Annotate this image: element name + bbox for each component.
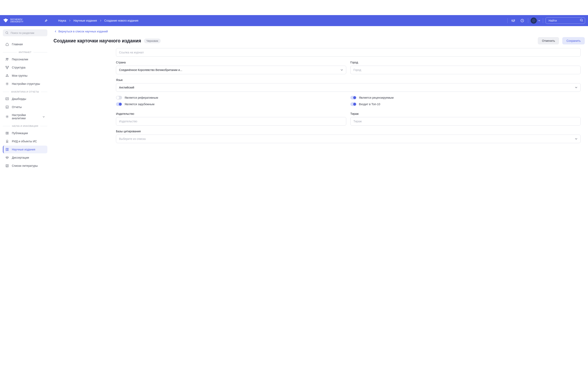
svg-rect-23: [7, 148, 8, 151]
circulation-label: Тираж: [350, 112, 581, 115]
user-menu[interactable]: [531, 17, 540, 24]
sidebar-item-label: Главная: [12, 43, 23, 46]
app-header: SECHENOV UNIVERSITY Наука Научные издани…: [0, 15, 588, 26]
search-input[interactable]: [545, 17, 585, 24]
logo-icon: [3, 18, 9, 24]
divider: [528, 18, 528, 23]
svg-point-5: [533, 20, 535, 22]
cancel-button[interactable]: Отменить: [538, 37, 559, 44]
search-submit[interactable]: [580, 18, 583, 23]
sidebar-item-label: Отчеты: [12, 105, 22, 109]
sidebar-item-label: Персоналии: [12, 58, 28, 61]
sidebar-item-nastroiki-analitiki[interactable]: Настройки аналитики: [3, 111, 47, 122]
breadcrumb-item-1[interactable]: Научные издания: [73, 19, 97, 22]
city-input[interactable]: [350, 66, 581, 74]
sidebar-item-personalii[interactable]: Персоналии: [3, 55, 47, 63]
toggle-top10-label: Входит в Топ-10: [359, 103, 380, 106]
sidebar-search-input[interactable]: [3, 29, 47, 36]
sidebar-item-rid[interactable]: РИД и объекты ИС: [3, 137, 47, 145]
toggle-referative[interactable]: [116, 96, 122, 100]
graduation-icon: [5, 156, 9, 159]
search-icon: [5, 31, 9, 34]
settings-button[interactable]: [510, 17, 517, 24]
home-icon: [5, 42, 9, 46]
groups-icon: [5, 74, 9, 77]
sidebar-section-analytics: АНАЛИТИКА И ОТЧЕТЫ: [3, 88, 47, 95]
sliders-icon: [511, 19, 515, 22]
toggle-reviewed-label: Является рецензируемым: [359, 96, 394, 99]
sidebar-item-dashbordy[interactable]: Дашборды: [3, 95, 47, 103]
chevron-right-icon: [100, 19, 102, 22]
svg-point-1: [513, 21, 514, 22]
sidebar-item-label: Настройки аналитики: [12, 113, 40, 120]
toggle-foreign-label: Является зарубежным: [125, 103, 154, 106]
search-icon: [580, 18, 583, 22]
toggle-foreign[interactable]: [116, 102, 122, 106]
page-header: Создание карточки научного издания Черно…: [53, 37, 585, 44]
help-button[interactable]: [519, 17, 526, 24]
svg-point-8: [6, 32, 8, 34]
report-icon: [5, 105, 9, 109]
svg-point-20: [7, 116, 8, 117]
users-icon: [5, 58, 9, 61]
form-card: Страна Соединённое Королевство Великобри…: [53, 48, 585, 152]
sidebar-item-nauchnye-izdaniya[interactable]: Научные издания: [3, 146, 47, 153]
sidebar-item-label: Настройки структуры: [12, 82, 40, 85]
breadcrumb-item-2[interactable]: Создание нового издания: [104, 19, 138, 22]
svg-point-9: [6, 58, 7, 59]
country-label: Страна: [116, 61, 346, 64]
sidebar-item-publikacii[interactable]: Публикации: [3, 129, 47, 137]
chevron-down-icon: [340, 68, 343, 71]
publisher-input[interactable]: [116, 117, 346, 125]
sidebar-item-home[interactable]: Главная: [3, 40, 47, 48]
svg-point-2: [514, 20, 515, 21]
avatar: [531, 17, 537, 24]
circulation-input[interactable]: [350, 117, 581, 125]
country-select[interactable]: Соединённое Королевство Великобритании и…: [116, 66, 346, 74]
svg-point-6: [533, 20, 534, 21]
pin-icon: [44, 19, 48, 22]
dashboard-icon: [5, 97, 9, 101]
language-select[interactable]: Английский: [116, 83, 581, 92]
sidebar-item-label: Структура: [12, 66, 25, 69]
sidebar-item-nastroiki-struktury[interactable]: Настройки структуры: [3, 80, 47, 88]
chevron-down-icon: [575, 86, 578, 89]
chevron-right-icon: [69, 19, 71, 22]
pin-button[interactable]: [44, 18, 48, 23]
gear-icon: [5, 82, 9, 86]
toggle-reviewed[interactable]: [350, 96, 356, 100]
chevron-down-icon: [575, 137, 578, 140]
sidebar-item-label: Диссертации: [12, 156, 29, 159]
svg-rect-22: [6, 148, 7, 151]
logo[interactable]: SECHENOV UNIVERSITY: [3, 18, 24, 24]
breadcrumb: Наука Научные издания Создание нового из…: [58, 19, 138, 22]
sidebar-item-label: Мои группы: [12, 74, 27, 77]
structure-icon: [5, 66, 9, 69]
sidebar-item-dissertacii[interactable]: Диссертации: [3, 154, 47, 161]
toggle-top10[interactable]: [350, 102, 356, 106]
sidebar-item-otchety[interactable]: Отчеты: [3, 103, 47, 111]
language-label: Язык: [116, 78, 581, 82]
list-icon: [5, 164, 9, 167]
save-button[interactable]: Сохранить: [562, 37, 585, 44]
status-badge: Черновик: [144, 39, 160, 43]
chevron-left-icon: [55, 30, 56, 33]
svg-point-0: [512, 20, 512, 21]
svg-point-10: [7, 58, 8, 59]
divider: [507, 18, 508, 23]
chevron-down-icon: [538, 20, 540, 21]
chevron-down-icon: [43, 115, 45, 118]
sidebar-item-struktura[interactable]: Структура: [3, 64, 47, 71]
back-link[interactable]: Вернуться в список научных изданий: [53, 30, 585, 33]
svg-point-4: [532, 19, 535, 22]
sidebar-section-intranet: ИНТРАНЕТ: [3, 49, 47, 55]
citation-select[interactable]: Выберите из списка: [116, 134, 581, 143]
breadcrumb-item-0[interactable]: Наука: [58, 19, 66, 22]
fingerprint-icon: [532, 18, 536, 23]
sidebar-item-spiski-literatury[interactable]: Списки литературы: [3, 162, 47, 170]
award-icon: [5, 140, 9, 143]
journal-icon: [5, 148, 9, 151]
journal-link-input[interactable]: [116, 48, 581, 57]
sidebar-item-label: Дашборды: [12, 97, 26, 100]
sidebar-item-moi-gruppy[interactable]: Мои группы: [3, 72, 47, 80]
